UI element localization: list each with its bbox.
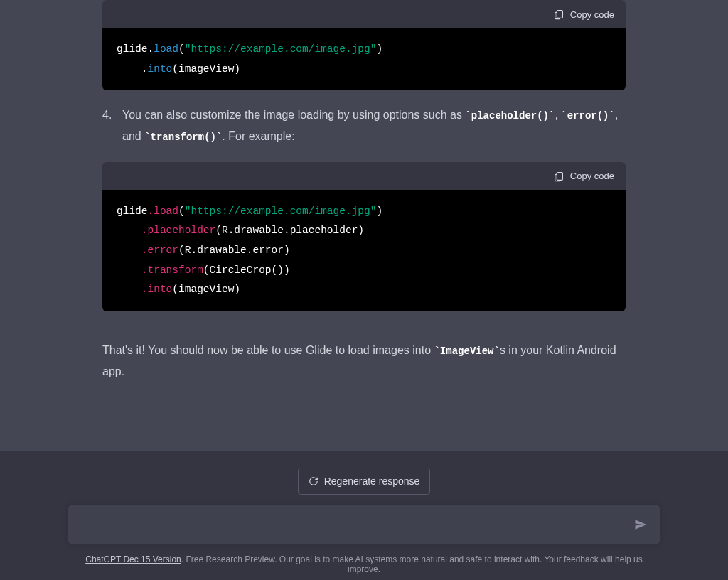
- chat-scroll-area[interactable]: Copy code glide.load("https://example.co…: [0, 0, 728, 427]
- inline-code-transform: `transform()`: [144, 131, 222, 143]
- step-4: 4. You can also customize the image load…: [102, 104, 626, 148]
- list-number: 4.: [102, 104, 122, 148]
- code-body-2: glide.load("https://example.com/image.jp…: [102, 190, 626, 311]
- chat-input[interactable]: [68, 505, 660, 544]
- input-area: Regenerate response ChatGPT Dec 15 Versi…: [0, 451, 728, 580]
- code-header: Copy code: [102, 0, 626, 28]
- clipboard-icon: [553, 171, 564, 182]
- svg-rect-1: [557, 173, 562, 181]
- step-4-text: You can also customize the image loading…: [122, 104, 626, 148]
- refresh-icon: [309, 476, 318, 486]
- code-body-1: glide.load("https://example.com/image.jp…: [102, 28, 626, 90]
- regenerate-button[interactable]: Regenerate response: [298, 468, 431, 495]
- code-header: Copy code: [102, 162, 626, 190]
- closing-paragraph: That's it! You should now be able to use…: [102, 340, 626, 383]
- inline-code-error: `error()`: [561, 110, 615, 122]
- assistant-message: Copy code glide.load("https://example.co…: [94, 0, 634, 382]
- copy-code-button[interactable]: Copy code: [553, 171, 614, 182]
- clipboard-icon: [553, 9, 564, 20]
- code-block-2: Copy code glide.load("https://example.co…: [102, 162, 626, 311]
- send-button[interactable]: [631, 515, 650, 534]
- svg-rect-0: [557, 11, 562, 18]
- copy-code-label: Copy code: [570, 171, 614, 181]
- send-icon: [634, 518, 647, 531]
- copy-code-button[interactable]: Copy code: [553, 9, 614, 20]
- code-block-1: Copy code glide.load("https://example.co…: [102, 0, 626, 90]
- version-link[interactable]: ChatGPT Dec 15 Version: [85, 554, 181, 564]
- regenerate-label: Regenerate response: [324, 476, 420, 487]
- inline-code-imageview: `ImageView`: [434, 345, 499, 357]
- footer-disclaimer: ChatGPT Dec 15 Version. Free Research Pr…: [68, 554, 660, 574]
- copy-code-label: Copy code: [570, 9, 614, 20]
- inline-code-placeholder: `placeholder()`: [465, 110, 555, 122]
